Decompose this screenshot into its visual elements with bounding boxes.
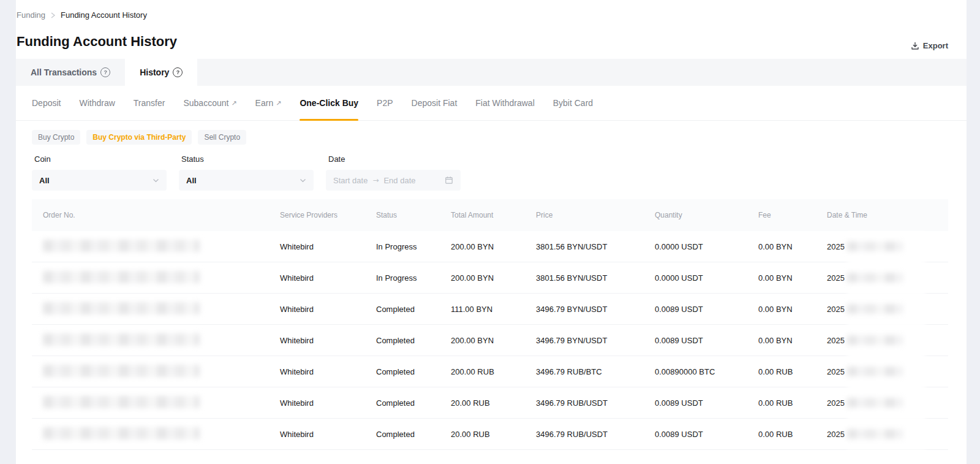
cell-status: Completed: [376, 430, 451, 439]
cell-service-provider: Whitebird: [280, 273, 376, 283]
table-row: Whitebird Completed 20.00 RUB 3496.79 RU…: [32, 387, 948, 419]
date-range-picker[interactable]: Start date → End date: [326, 170, 461, 191]
cell-status: Completed: [376, 398, 451, 408]
page-background: Funding Funding Account History Funding …: [0, 0, 980, 464]
table-column-header: Price: [536, 211, 655, 219]
cell-total-amount: 111.00 BYN: [451, 305, 536, 314]
date-redacted-blur: [847, 273, 903, 283]
cell-service-provider: Whitebird: [280, 242, 376, 251]
order-no-redacted-blur: [43, 333, 200, 346]
download-icon: [911, 42, 919, 50]
breadcrumb-current: Funding Account History: [61, 10, 147, 20]
cell-quantity: 0.0089 USDT: [655, 398, 758, 408]
date-redacted-blur: [847, 242, 903, 251]
cell-fee: 0.00 BYN: [758, 242, 827, 251]
table-row: Whitebird Completed 111.00 BYN 3496.79 B…: [32, 294, 948, 325]
cell-total-amount: 20.00 RUB: [451, 398, 536, 408]
cell-price: 3496.79 BYN/USDT: [536, 305, 655, 314]
cell-date-time: 2025: [827, 398, 948, 408]
cell-price: 3801.56 BYN/USDT: [536, 273, 655, 283]
cell-status: Completed: [376, 305, 451, 314]
subnav-tab-label: Deposit: [32, 98, 61, 108]
filter-pill[interactable]: Buy Crypto via Third-Party: [86, 130, 192, 145]
breadcrumb-parent-link[interactable]: Funding: [17, 10, 45, 20]
cell-order-no: [32, 333, 280, 348]
cell-date-time: 2025: [827, 429, 948, 439]
table-column-header: Quantity: [655, 211, 758, 219]
order-no-redacted-blur: [43, 240, 200, 252]
subnav-tab[interactable]: Deposit: [32, 86, 61, 120]
status-select[interactable]: All: [179, 170, 314, 191]
cell-fee: 0.00 RUB: [758, 398, 827, 408]
cell-date-time: 2025: [827, 335, 948, 345]
subnav-tab[interactable]: Earn ↗: [255, 86, 282, 120]
subnav-tab-label: One-Click Buy: [300, 98, 358, 108]
order-no-redacted-blur: [43, 427, 200, 439]
cell-service-provider: Whitebird: [280, 398, 376, 408]
cell-fee: 0.00 BYN: [758, 273, 827, 283]
table-column-header: Status: [376, 211, 451, 219]
subnav-tab[interactable]: Transfer: [134, 86, 165, 120]
filter-pill[interactable]: Sell Crypto: [198, 130, 246, 145]
title-bar: Funding Account History Export: [16, 33, 967, 50]
date-filter-label: Date: [328, 154, 461, 164]
cell-fee: 0.00 BYN: [758, 336, 827, 345]
cell-date-time: 2025: [827, 273, 948, 283]
subnav-tab-label: Bybit Card: [553, 98, 593, 108]
order-no-redacted-blur: [43, 302, 200, 314]
history-subnav: Deposit Withdraw Transfer Subaccount ↗: [16, 86, 967, 121]
subnav-tab[interactable]: Deposit Fiat: [412, 86, 458, 120]
status-filter-group: Status All: [179, 154, 314, 191]
subnav-tab[interactable]: One-Click Buy: [300, 86, 358, 120]
chevron-right-icon: [50, 12, 56, 19]
table-column-header: Date & Time: [827, 211, 948, 219]
breadcrumb: Funding Funding Account History: [16, 0, 967, 20]
cell-total-amount: 200.00 BYN: [451, 273, 536, 283]
subnav-tab[interactable]: Withdraw: [79, 86, 115, 120]
date-year: 2025: [827, 367, 845, 376]
cell-service-provider: Whitebird: [280, 336, 376, 345]
filter-pill[interactable]: Buy Crypto: [32, 130, 80, 145]
main-tab-label: History: [140, 67, 169, 77]
cell-order-no: [32, 302, 280, 316]
buy-type-filter-pills: Buy Crypto Buy Crypto via Third-Party Se…: [16, 130, 967, 145]
date-year: 2025: [827, 273, 845, 283]
date-redacted-blur: [847, 304, 903, 314]
export-button[interactable]: Export: [911, 41, 948, 50]
cell-order-no: [32, 365, 280, 379]
main-tab[interactable]: All Transactions ?: [16, 59, 125, 86]
cell-status: Completed: [376, 336, 451, 345]
cell-quantity: 0.0089 USDT: [655, 430, 758, 439]
subnav-tab-label: Earn: [255, 98, 274, 108]
cell-status: In Progress: [376, 273, 451, 283]
cell-status: Completed: [376, 367, 451, 376]
coin-select[interactable]: All: [32, 170, 167, 191]
cell-fee: 0.00 RUB: [758, 367, 827, 376]
info-icon[interactable]: ?: [173, 67, 183, 77]
subnav-tab[interactable]: Bybit Card: [553, 86, 593, 120]
subnav-tab-label: Withdraw: [79, 98, 115, 108]
external-link-icon: ↗: [231, 99, 236, 107]
cell-order-no: [32, 271, 280, 285]
cell-quantity: 0.0000 USDT: [655, 273, 758, 283]
coin-filter-group: Coin All: [32, 154, 167, 191]
subnav-tab-label: P2P: [377, 98, 393, 108]
table-column-header: Order No.: [32, 211, 280, 219]
filter-bar: Coin All Status All Date: [16, 154, 967, 191]
cell-date-time: 2025: [827, 367, 948, 376]
subnav-tab[interactable]: Subaccount ↗: [183, 86, 236, 120]
subnav-tab[interactable]: P2P: [377, 86, 393, 120]
cell-quantity: 0.0089 USDT: [655, 305, 758, 314]
main-tab[interactable]: History ?: [125, 59, 197, 86]
coin-filter-label: Coin: [34, 154, 167, 164]
chevron-down-icon: [300, 178, 306, 183]
status-filter-label: Status: [181, 154, 314, 164]
subnav-tab[interactable]: Fiat Withdrawal: [475, 86, 534, 120]
coin-select-value: All: [39, 176, 153, 185]
start-date-placeholder: Start date: [333, 176, 368, 185]
cell-price: 3801.56 BYN/USDT: [536, 242, 655, 251]
info-icon[interactable]: ?: [100, 67, 110, 77]
cell-date-time: 2025: [827, 304, 948, 314]
cell-date-time: 2025: [827, 242, 948, 251]
cell-price: 3496.79 RUB/BTC: [536, 367, 655, 376]
